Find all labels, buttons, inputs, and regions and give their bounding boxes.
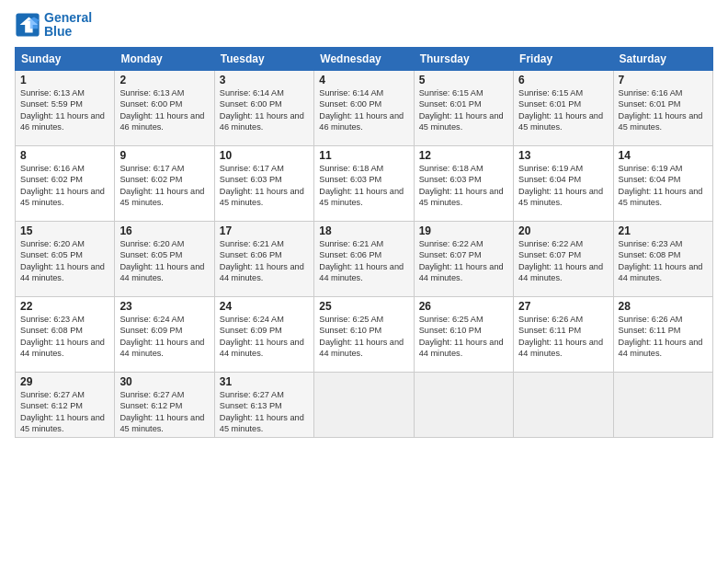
day-info: Sunrise: 6:20 AM Sunset: 6:05 PM Dayligh… bbox=[119, 238, 209, 284]
calendar-week-row: 15 Sunrise: 6:20 AM Sunset: 6:05 PM Dayl… bbox=[16, 221, 713, 296]
calendar-cell: 17 Sunrise: 6:21 AM Sunset: 6:06 PM Dayl… bbox=[214, 221, 313, 296]
day-info: Sunrise: 6:18 AM Sunset: 6:03 PM Dayligh… bbox=[419, 163, 508, 209]
day-number: 2 bbox=[119, 74, 209, 86]
day-number: 9 bbox=[119, 149, 209, 162]
calendar-week-row: 29 Sunrise: 6:27 AM Sunset: 6:12 PM Dayl… bbox=[16, 372, 713, 438]
day-info: Sunrise: 6:25 AM Sunset: 6:10 PM Dayligh… bbox=[319, 314, 408, 360]
calendar-cell: 4 Sunrise: 6:14 AM Sunset: 6:00 PM Dayli… bbox=[314, 70, 414, 145]
calendar-cell: 31 Sunrise: 6:27 AM Sunset: 6:13 PM Dayl… bbox=[214, 372, 313, 438]
day-number: 18 bbox=[319, 224, 408, 237]
calendar-cell: 12 Sunrise: 6:18 AM Sunset: 6:03 PM Dayl… bbox=[414, 145, 513, 221]
calendar-body: 1 Sunrise: 6:13 AM Sunset: 5:59 PM Dayli… bbox=[16, 70, 713, 438]
day-info: Sunrise: 6:17 AM Sunset: 6:03 PM Dayligh… bbox=[220, 163, 309, 209]
calendar-week-row: 1 Sunrise: 6:13 AM Sunset: 5:59 PM Dayli… bbox=[16, 70, 713, 145]
day-number: 27 bbox=[518, 300, 608, 313]
day-info: Sunrise: 6:21 AM Sunset: 6:06 PM Dayligh… bbox=[319, 238, 408, 284]
calendar-cell: 21 Sunrise: 6:23 AM Sunset: 6:08 PM Dayl… bbox=[613, 221, 712, 296]
calendar-day-header: Tuesday bbox=[214, 47, 313, 70]
calendar-day-header: Saturday bbox=[613, 47, 712, 70]
calendar-cell: 15 Sunrise: 6:20 AM Sunset: 6:05 PM Dayl… bbox=[16, 221, 115, 296]
day-number: 8 bbox=[20, 149, 109, 162]
day-number: 20 bbox=[518, 224, 608, 237]
day-info: Sunrise: 6:13 AM Sunset: 5:59 PM Dayligh… bbox=[20, 87, 109, 133]
calendar-cell: 2 Sunrise: 6:13 AM Sunset: 6:00 PM Dayli… bbox=[115, 70, 214, 145]
day-number: 10 bbox=[220, 149, 309, 162]
calendar-header-row: SundayMondayTuesdayWednesdayThursdayFrid… bbox=[16, 47, 713, 70]
day-info: Sunrise: 6:14 AM Sunset: 6:00 PM Dayligh… bbox=[319, 87, 408, 133]
calendar-cell bbox=[314, 372, 414, 438]
day-info: Sunrise: 6:25 AM Sunset: 6:10 PM Dayligh… bbox=[419, 314, 508, 360]
day-info: Sunrise: 6:17 AM Sunset: 6:02 PM Dayligh… bbox=[119, 163, 209, 209]
calendar-day-header: Sunday bbox=[16, 47, 115, 70]
day-info: Sunrise: 6:27 AM Sunset: 6:12 PM Dayligh… bbox=[119, 389, 209, 435]
day-info: Sunrise: 6:22 AM Sunset: 6:07 PM Dayligh… bbox=[419, 238, 508, 284]
day-info: Sunrise: 6:26 AM Sunset: 6:11 PM Dayligh… bbox=[619, 314, 708, 360]
calendar-page: General Blue SundayMondayTuesdayWednesda… bbox=[0, 0, 728, 563]
day-number: 12 bbox=[419, 149, 508, 162]
day-number: 11 bbox=[319, 149, 408, 162]
day-number: 3 bbox=[220, 74, 309, 86]
calendar-cell: 19 Sunrise: 6:22 AM Sunset: 6:07 PM Dayl… bbox=[414, 221, 513, 296]
day-info: Sunrise: 6:16 AM Sunset: 6:01 PM Dayligh… bbox=[619, 87, 708, 133]
calendar-cell: 27 Sunrise: 6:26 AM Sunset: 6:11 PM Dayl… bbox=[514, 296, 613, 372]
calendar-cell: 11 Sunrise: 6:18 AM Sunset: 6:03 PM Dayl… bbox=[314, 145, 414, 221]
logo: General Blue bbox=[15, 11, 92, 40]
day-number: 17 bbox=[220, 224, 309, 237]
day-info: Sunrise: 6:15 AM Sunset: 6:01 PM Dayligh… bbox=[518, 87, 608, 133]
day-number: 19 bbox=[419, 224, 508, 237]
logo-text: General Blue bbox=[44, 11, 92, 40]
calendar-cell: 23 Sunrise: 6:24 AM Sunset: 6:09 PM Dayl… bbox=[115, 296, 214, 372]
calendar-cell: 18 Sunrise: 6:21 AM Sunset: 6:06 PM Dayl… bbox=[314, 221, 414, 296]
day-number: 15 bbox=[20, 224, 109, 237]
calendar-cell: 5 Sunrise: 6:15 AM Sunset: 6:01 PM Dayli… bbox=[414, 70, 513, 145]
calendar-cell: 7 Sunrise: 6:16 AM Sunset: 6:01 PM Dayli… bbox=[613, 70, 712, 145]
calendar-cell: 28 Sunrise: 6:26 AM Sunset: 6:11 PM Dayl… bbox=[613, 296, 712, 372]
calendar-cell: 8 Sunrise: 6:16 AM Sunset: 6:02 PM Dayli… bbox=[16, 145, 115, 221]
day-info: Sunrise: 6:23 AM Sunset: 6:08 PM Dayligh… bbox=[20, 314, 109, 360]
calendar-cell: 9 Sunrise: 6:17 AM Sunset: 6:02 PM Dayli… bbox=[115, 145, 214, 221]
day-number: 14 bbox=[619, 149, 708, 162]
calendar-cell: 22 Sunrise: 6:23 AM Sunset: 6:08 PM Dayl… bbox=[16, 296, 115, 372]
day-number: 31 bbox=[220, 375, 309, 388]
day-info: Sunrise: 6:16 AM Sunset: 6:02 PM Dayligh… bbox=[20, 163, 109, 209]
calendar-cell: 25 Sunrise: 6:25 AM Sunset: 6:10 PM Dayl… bbox=[314, 296, 414, 372]
calendar-week-row: 22 Sunrise: 6:23 AM Sunset: 6:08 PM Dayl… bbox=[16, 296, 713, 372]
calendar-cell: 26 Sunrise: 6:25 AM Sunset: 6:10 PM Dayl… bbox=[414, 296, 513, 372]
day-number: 4 bbox=[319, 74, 408, 86]
day-info: Sunrise: 6:18 AM Sunset: 6:03 PM Dayligh… bbox=[319, 163, 408, 209]
day-info: Sunrise: 6:13 AM Sunset: 6:00 PM Dayligh… bbox=[119, 87, 209, 133]
day-info: Sunrise: 6:20 AM Sunset: 6:05 PM Dayligh… bbox=[20, 238, 109, 284]
calendar-cell: 29 Sunrise: 6:27 AM Sunset: 6:12 PM Dayl… bbox=[16, 372, 115, 438]
calendar-day-header: Monday bbox=[115, 47, 214, 70]
day-number: 5 bbox=[419, 74, 508, 86]
logo-icon bbox=[15, 12, 40, 38]
calendar-cell bbox=[613, 372, 712, 438]
day-number: 26 bbox=[419, 300, 508, 313]
day-number: 16 bbox=[119, 224, 209, 237]
day-number: 21 bbox=[619, 224, 708, 237]
logo-general: General bbox=[44, 10, 92, 25]
calendar-week-row: 8 Sunrise: 6:16 AM Sunset: 6:02 PM Dayli… bbox=[16, 145, 713, 221]
logo-blue: Blue bbox=[44, 25, 92, 39]
calendar-cell: 6 Sunrise: 6:15 AM Sunset: 6:01 PM Dayli… bbox=[514, 70, 613, 145]
day-info: Sunrise: 6:27 AM Sunset: 6:13 PM Dayligh… bbox=[220, 389, 309, 435]
calendar-cell: 16 Sunrise: 6:20 AM Sunset: 6:05 PM Dayl… bbox=[115, 221, 214, 296]
calendar-cell: 20 Sunrise: 6:22 AM Sunset: 6:07 PM Dayl… bbox=[514, 221, 613, 296]
calendar-cell: 14 Sunrise: 6:19 AM Sunset: 6:04 PM Dayl… bbox=[613, 145, 712, 221]
calendar-day-header: Wednesday bbox=[314, 47, 414, 70]
day-info: Sunrise: 6:22 AM Sunset: 6:07 PM Dayligh… bbox=[518, 238, 608, 284]
calendar-cell: 1 Sunrise: 6:13 AM Sunset: 5:59 PM Dayli… bbox=[16, 70, 115, 145]
calendar-day-header: Friday bbox=[514, 47, 613, 70]
page-header: General Blue bbox=[15, 11, 713, 40]
day-info: Sunrise: 6:26 AM Sunset: 6:11 PM Dayligh… bbox=[518, 314, 608, 360]
day-number: 13 bbox=[518, 149, 608, 162]
day-number: 22 bbox=[20, 300, 109, 313]
calendar-cell bbox=[414, 372, 513, 438]
calendar-cell: 13 Sunrise: 6:19 AM Sunset: 6:04 PM Dayl… bbox=[514, 145, 613, 221]
day-number: 30 bbox=[119, 375, 209, 388]
day-number: 29 bbox=[20, 375, 109, 388]
day-info: Sunrise: 6:21 AM Sunset: 6:06 PM Dayligh… bbox=[220, 238, 309, 284]
day-info: Sunrise: 6:19 AM Sunset: 6:04 PM Dayligh… bbox=[518, 163, 608, 209]
day-number: 6 bbox=[518, 74, 608, 86]
day-number: 28 bbox=[619, 300, 708, 313]
